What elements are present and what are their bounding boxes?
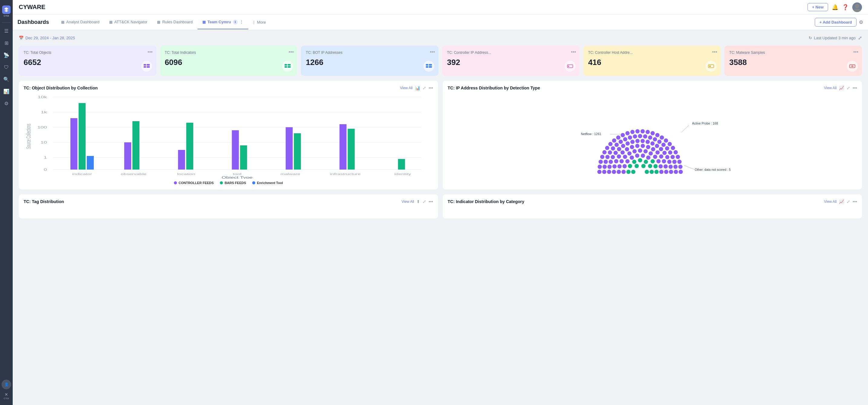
bottom-card-indicator-title: TC: Indicator Distribution by Category — [447, 199, 524, 204]
svg-text:tool: tool — [233, 173, 241, 176]
svg-rect-9 — [288, 66, 291, 68]
bar-chart-bar-icon[interactable]: 📊 — [415, 86, 420, 90]
legend-dot-enrichment — [252, 181, 255, 184]
bar-chart-menu-icon[interactable]: ••• — [429, 86, 433, 90]
stat-card-title-controller-host: TC: Controller Host Addre... — [588, 50, 716, 55]
last-updated-badge[interactable]: ↻ Last Updated 3 min ago — [809, 36, 856, 40]
svg-rect-44 — [348, 129, 355, 170]
notifications-icon[interactable]: 🔔 — [832, 4, 838, 10]
svg-point-1 — [854, 9, 861, 12]
bottom-card-tag-upload-icon[interactable]: ⬆ — [416, 199, 420, 204]
sidebar-threat-icon[interactable]: 🛡 — [1, 62, 12, 73]
stat-card-menu-total-indicators[interactable]: ••• — [289, 49, 294, 55]
svg-text:0: 0 — [44, 168, 47, 171]
tab-rules-dashboard[interactable]: ▦ Rules Dashboard — [152, 15, 197, 29]
tabs-right: + Add Dashboard ⚙ — [815, 18, 863, 27]
tab-more-button[interactable]: ⋮ More — [248, 16, 270, 29]
svg-text:indicator: indicator — [72, 173, 92, 176]
sidebar-divider — [2, 22, 10, 23]
stat-card-value-controller-ip: 392 — [447, 58, 575, 67]
svg-rect-5 — [147, 66, 150, 68]
stat-card-title-controller-ip: TC: Controller IP Address... — [447, 50, 575, 55]
dot-chart-area: Netflow : 1261 Active Probe : 168 Other:… — [447, 94, 857, 179]
tab-team-dots-icon[interactable]: ⋮ — [240, 20, 244, 24]
stat-card-value-controller-host: 416 — [588, 58, 716, 67]
svg-text:observable: observable — [121, 173, 146, 176]
svg-rect-4 — [147, 64, 150, 66]
tab-attck-navigator[interactable]: ▦ ATT&CK Navigator — [104, 15, 152, 29]
bottom-card-indicator-line-icon[interactable]: 📈 — [839, 199, 844, 204]
bottom-card-tag-menu-icon[interactable]: ••• — [429, 199, 433, 204]
svg-rect-38 — [186, 123, 193, 170]
stat-card-menu-bot-ip[interactable]: ••• — [430, 49, 435, 55]
tab-analyst-icon: ▦ — [61, 20, 64, 24]
tab-rules-icon: ▦ — [157, 20, 160, 24]
dot-chart-card: TC: IP Address Distribution by Detection… — [443, 81, 862, 190]
svg-rect-43 — [340, 124, 347, 170]
bar-chart-view-all[interactable]: View All — [400, 86, 412, 90]
sidebar-user-icon[interactable]: 👤 — [1, 380, 11, 389]
tab-rules-label: Rules Dashboard — [162, 20, 192, 24]
help-icon[interactable]: ❓ — [842, 4, 849, 10]
stat-card-menu-controller-host[interactable]: ••• — [712, 49, 717, 55]
add-dashboard-button[interactable]: + Add Dashboard — [815, 18, 857, 27]
stat-card-icon-controller-ip — [565, 61, 576, 72]
expand-icon[interactable]: ⤢ — [858, 35, 862, 41]
svg-rect-35 — [124, 142, 131, 170]
dot-chart-menu-icon[interactable]: ••• — [852, 86, 857, 90]
svg-text:1: 1 — [44, 156, 47, 159]
bottom-card-indicator-expand-icon[interactable]: ⤢ — [846, 199, 850, 204]
sidebar-feed-icon[interactable]: 📡 — [1, 50, 12, 61]
svg-rect-41 — [286, 127, 293, 170]
dot-chart-title: TC: IP Address Distribution by Detection… — [447, 86, 540, 90]
settings-icon[interactable]: ⚙ — [859, 19, 863, 25]
dot-chart-line-icon[interactable]: 📈 — [839, 86, 844, 90]
new-button[interactable]: + New — [807, 3, 828, 11]
svg-text:10: 10 — [40, 141, 47, 144]
bottom-card-tag-view-all[interactable]: View All — [401, 200, 414, 204]
sidebar-menu-icon[interactable]: ☰ — [1, 26, 12, 37]
sidebar-cyware-icon[interactable]: ✕ CTIX — [1, 391, 12, 401]
sidebar-settings-icon[interactable]: ⚙ — [1, 98, 12, 109]
svg-point-0 — [855, 4, 859, 8]
date-range-badge[interactable]: 📅 Dec 29, 2024 - Jan 28, 2025 — [19, 36, 75, 40]
bar-chart-expand-icon[interactable]: ⤢ — [423, 86, 426, 90]
bottom-card-indicator-menu-icon[interactable]: ••• — [852, 199, 857, 204]
bar-chart-actions: View All 📊 ⤢ ••• — [400, 86, 433, 90]
stat-card-menu-controller-ip[interactable]: ••• — [571, 49, 576, 55]
tab-attck-icon: ▦ — [109, 20, 113, 24]
svg-rect-45 — [398, 159, 405, 170]
user-avatar[interactable] — [852, 2, 862, 12]
stat-card-value-total-indicators: 6096 — [165, 58, 293, 67]
dot-chart-expand-icon[interactable]: ⤢ — [846, 86, 850, 90]
bottom-card-indicator-view-all[interactable]: View All — [824, 200, 837, 204]
dot-chart-view-all[interactable]: View All — [824, 86, 837, 90]
svg-rect-10 — [426, 64, 428, 66]
last-updated-text: Last Updated 3 min ago — [814, 36, 856, 40]
stat-card-title-malware-samples: TC: Malware Samples — [729, 50, 857, 55]
app-title: CYWARE — [19, 4, 45, 10]
sidebar-dashboard-icon[interactable]: ⊞ — [1, 38, 12, 49]
charts-row: TC: Object Distribution by Collection Vi… — [19, 81, 862, 190]
sidebar-intel-icon[interactable]: 📊 — [1, 86, 12, 97]
svg-text:1k: 1k — [41, 111, 47, 114]
date-range-text: Dec 29, 2024 - Jan 28, 2025 — [25, 36, 75, 40]
app-logo[interactable]: CTIX — [1, 3, 12, 20]
svg-text:infrastructure: infrastructure — [330, 173, 361, 176]
stat-card-menu-malware-samples[interactable]: ••• — [853, 49, 858, 55]
bar-chart-svg: 10k 1k 100 10 1 0 Source Collections — [24, 94, 433, 179]
tab-team-cymru[interactable]: ▦ Team Cymru ℹ ⋮ — [197, 15, 248, 29]
bottom-card-tag-expand-icon[interactable]: ⤢ — [423, 199, 426, 204]
svg-rect-33 — [79, 103, 86, 170]
legend-controller-feeds: CONTROLLER FEEDS — [174, 181, 214, 185]
tab-team-label: Team Cymru — [208, 20, 231, 24]
dot-canvas — [447, 94, 857, 179]
svg-rect-7 — [285, 66, 287, 68]
bottom-card-indicator-actions: View All 📈 ⤢ ••• — [824, 199, 857, 204]
main-content: CYWARE + New 🔔 ❓ Dashboards ▦ Analyst Da… — [13, 0, 868, 405]
stat-card-title-bot-ip: TC: BOT IP Addresses — [306, 50, 434, 55]
tab-team-badge: ℹ — [233, 20, 238, 25]
stat-card-menu-total-objects[interactable]: ••• — [148, 49, 153, 55]
tab-analyst-dashboard[interactable]: ▦ Analyst Dashboard — [56, 15, 104, 29]
sidebar-search-icon[interactable]: 🔍 — [1, 74, 12, 85]
